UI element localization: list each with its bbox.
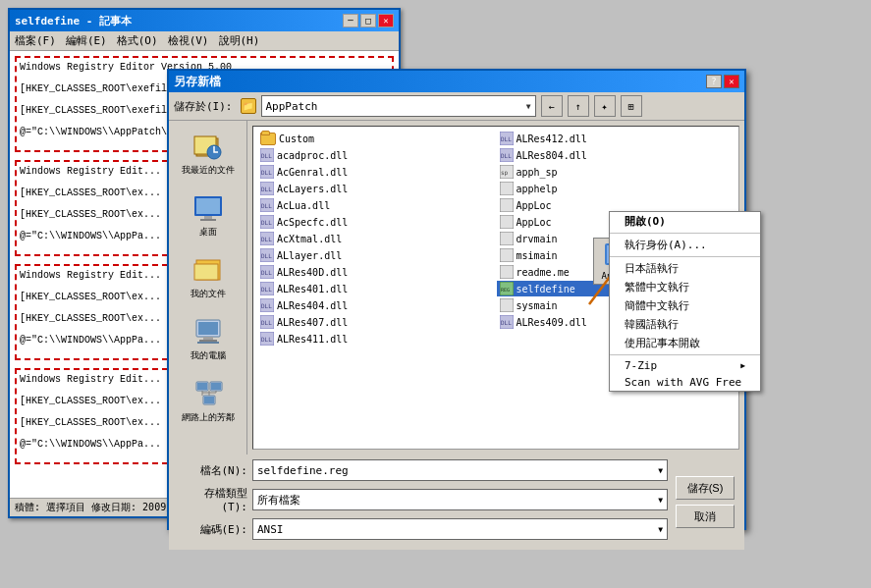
filetype-select[interactable]: 所有檔案 ▼ [252, 489, 668, 510]
nav-new-folder-btn[interactable]: ✦ [594, 95, 616, 117]
context-menu-item-avg[interactable]: Scan with AVG Free [610, 374, 760, 391]
file-name: AcLua.dll [277, 200, 330, 211]
file-name: AppLoc [517, 200, 552, 211]
sidebar-item-computer[interactable]: 我的電腦 [174, 314, 243, 364]
svg-text:REG: REG [501, 287, 510, 293]
menu-file[interactable]: 檔案(F) [15, 33, 56, 48]
notepad-maximize-btn[interactable]: □ [360, 14, 376, 27]
menu-format[interactable]: 格式(O) [117, 33, 158, 48]
list-item[interactable]: DLL ALRes804.dll [497, 147, 735, 163]
list-item[interactable]: apphelp [497, 181, 735, 196]
context-notepad-label: 使用記事本開啟 [625, 336, 700, 350]
svg-text:DLL: DLL [261, 186, 272, 192]
bottom-fields-main: 檔名(N): selfdefine.reg ▼ 存檔類型(T): 所有檔案 ▼ … [179, 459, 668, 545]
sidebar-network-label: 網路上的芳鄰 [182, 411, 235, 424]
dialog-close-btn[interactable]: ✕ [724, 75, 739, 88]
svg-text:DLL: DLL [261, 169, 272, 176]
context-open-label: 開啟(O) [625, 214, 666, 229]
sidebar-item-recent[interactable]: 我最近的文件 [174, 129, 243, 179]
encoding-select[interactable]: ANSI ▼ [252, 518, 668, 540]
file-name: apphelp [517, 184, 558, 194]
network-icon [191, 378, 226, 409]
save-button[interactable]: 儲存(S) [676, 476, 735, 500]
file-name: ALRes412.dll [517, 134, 587, 144]
list-item[interactable]: DLL AcSpecfc.dll [257, 214, 496, 230]
list-item[interactable]: DLL ALRes404.dll [257, 297, 496, 313]
list-item[interactable]: DLL AcXtmal.dll [257, 231, 496, 246]
dialog-bottom-fields: 檔名(N): selfdefine.reg ▼ 存檔類型(T): 所有檔案 ▼ … [169, 454, 744, 550]
svg-text:DLL: DLL [261, 286, 272, 293]
file-name: ALRes404.dll [277, 300, 348, 311]
dialog-action-buttons: 儲存(S) 取消 [668, 459, 735, 545]
list-item[interactable]: DLL AcLayers.dll [257, 181, 496, 196]
menu-help[interactable]: 說明(H) [219, 33, 260, 48]
context-menu-item-ja[interactable]: 日本語執行 [610, 259, 760, 278]
sidebar-desktop-label: 桌面 [199, 226, 217, 239]
list-item[interactable]: sp apph_sp [497, 164, 735, 180]
file-name: ALRes407.dll [277, 317, 348, 328]
cancel-button[interactable]: 取消 [676, 505, 735, 528]
notepad-menubar: 檔案(F) 編輯(E) 格式(O) 檢視(V) 說明(H) [10, 31, 399, 51]
sidebar-item-desktop[interactable]: 桌面 [174, 190, 243, 241]
file-icon: sp [500, 165, 514, 179]
list-item[interactable]: DLL ALRes412.dll [497, 131, 735, 146]
filename-row: 檔名(N): selfdefine.reg ▼ [179, 459, 668, 481]
svg-rect-48 [500, 248, 514, 262]
bottom-fields-container: 檔名(N): selfdefine.reg ▼ 存檔類型(T): 所有檔案 ▼ … [179, 459, 735, 545]
svg-rect-10 [198, 322, 218, 335]
file-name: readme.me [517, 267, 570, 278]
file-icon [500, 198, 514, 212]
file-name: Custom [279, 134, 314, 144]
nav-up-btn[interactable]: ↑ [568, 95, 589, 117]
encoding-label: 編碼(E): [179, 522, 247, 537]
svg-text:DLL: DLL [501, 319, 512, 326]
file-name: drvmain [517, 234, 558, 244]
filename-label: 檔名(N): [179, 463, 247, 478]
svg-rect-11 [203, 337, 213, 340]
notepad-titlebar: selfdefine - 記事本 ─ □ ✕ [10, 10, 399, 31]
svg-rect-4 [196, 198, 220, 214]
list-item[interactable]: DLL ALRes40D.dll [257, 264, 496, 280]
context-menu-item-notepad[interactable]: 使用記事本開啟 [610, 334, 760, 352]
context-menu-item-runas[interactable]: 執行身份(A)... [610, 236, 760, 254]
reg-icon: REG [500, 282, 514, 295]
menu-view[interactable]: 檢視(V) [168, 33, 209, 48]
context-menu-item-open[interactable]: 開啟(O) [610, 212, 760, 231]
sidebar-item-documents[interactable]: 我的文件 [174, 252, 243, 302]
dialog-help-btn[interactable]: ? [706, 75, 722, 88]
list-item[interactable]: DLL AcGenral.dll [257, 164, 496, 180]
save-dialog-title: 另存新檔 [174, 74, 221, 90]
context-menu-separator-3 [610, 354, 760, 355]
svg-rect-17 [211, 383, 221, 390]
menu-edit[interactable]: 編輯(E) [66, 33, 107, 48]
svg-rect-45 [500, 232, 514, 245]
context-avg-label: Scan with AVG Free [625, 376, 741, 389]
notepad-close-btn[interactable]: ✕ [378, 14, 394, 27]
view-icon: ⊞ [627, 101, 633, 112]
notepad-minimize-btn[interactable]: ─ [343, 14, 358, 27]
context-menu-item-7zip[interactable]: 7-Zip ▶ [610, 357, 760, 374]
filename-input[interactable]: selfdefine.reg ▼ [252, 459, 668, 481]
context-menu-item-ko[interactable]: 韓國語執行 [610, 315, 760, 334]
list-item[interactable]: DLL acadproc.dll [257, 147, 496, 163]
context-menu-item-cn[interactable]: 簡體中文執行 [610, 296, 760, 315]
context-tw-label: 繁體中文執行 [625, 280, 689, 294]
list-item[interactable]: DLL AcLua.dll [257, 197, 496, 213]
file-name: AcSpecfc.dll [277, 217, 348, 228]
file-name: AcLayers.dll [277, 184, 348, 194]
list-item[interactable]: DLL ALRes407.dll [257, 314, 496, 330]
sidebar-item-network[interactable]: 網路上的芳鄰 [174, 376, 243, 426]
location-combo[interactable]: AppPatch ▼ [261, 95, 536, 117]
file-icon [500, 232, 514, 245]
list-item[interactable]: DLL ALRes411.dll [257, 331, 496, 347]
nav-back-btn[interactable]: ← [541, 95, 563, 117]
encoding-arrow: ▼ [658, 525, 663, 534]
list-item[interactable]: DLL ALRes401.dll [257, 281, 496, 296]
file-icon [500, 182, 514, 195]
list-item[interactable]: DLL ALlayer.dll [257, 247, 496, 263]
context-menu-item-tw[interactable]: 繁體中文執行 [610, 278, 760, 296]
dialog-toolbar: 儲存於(I): 📁 AppPatch ▼ ← ↑ ✦ ⊞ [169, 92, 744, 121]
list-item[interactable]: Custom [257, 131, 496, 146]
file-name: AcXtmal.dll [277, 234, 342, 244]
nav-view-btn[interactable]: ⊞ [621, 95, 642, 117]
